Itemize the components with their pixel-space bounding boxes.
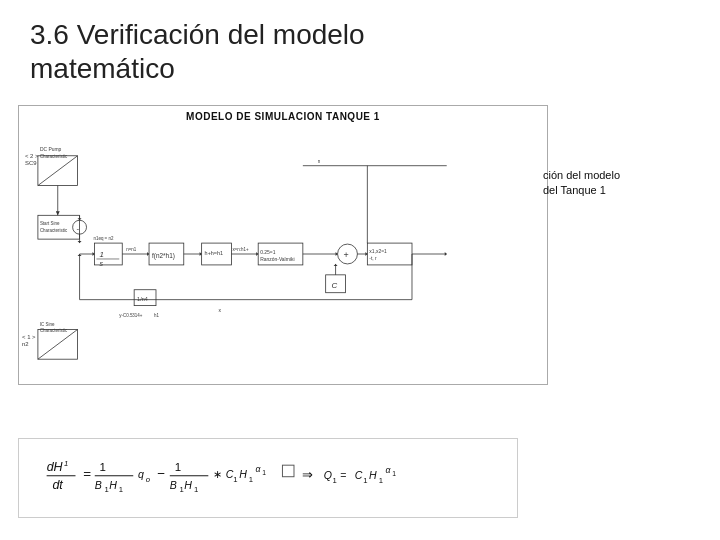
- svg-text:H: H: [239, 468, 247, 480]
- svg-text:IC Sine: IC Sine: [40, 322, 55, 327]
- svg-text:1: 1: [379, 476, 383, 485]
- svg-text:dt: dt: [52, 479, 63, 493]
- page-title: 3.6 Verificación del modelo matemático: [30, 18, 365, 85]
- svg-text:< 2 >: < 2 >: [25, 153, 39, 159]
- diagram-svg: DC Pump Characteristic < 2 > SC9 Start S…: [19, 126, 547, 384]
- svg-text:h+h=h1: h+h=h1: [205, 250, 223, 256]
- svg-text:B: B: [170, 480, 177, 492]
- svg-text:Characteristic: Characteristic: [40, 154, 68, 159]
- svg-text:B: B: [95, 480, 102, 492]
- svg-text:y-C0.5314+: y-C0.5314+: [119, 313, 143, 318]
- svg-text:H: H: [184, 480, 192, 492]
- svg-text:s: s: [99, 260, 103, 267]
- svg-text:x=n:h1+: x=n:h1+: [232, 247, 248, 252]
- svg-text:n2: n2: [22, 341, 29, 347]
- svg-rect-100: [282, 465, 294, 477]
- svg-text:q: q: [138, 468, 144, 480]
- title-line2: matemático: [30, 52, 365, 86]
- svg-text:n=n1: n=n1: [126, 247, 137, 252]
- svg-text:Q: Q: [324, 469, 332, 481]
- svg-text:C: C: [355, 469, 363, 481]
- caption-line1: ción del modelo: [543, 169, 620, 181]
- svg-text:0.25=1: 0.25=1: [260, 250, 276, 255]
- svg-text:1: 1: [392, 470, 396, 477]
- svg-text:⇒: ⇒: [302, 467, 313, 482]
- svg-text:Characteristic: Characteristic: [40, 328, 68, 333]
- svg-text:1: 1: [233, 475, 237, 484]
- diagram-title: MODELO DE SIMULACION TANQUE 1: [19, 111, 547, 122]
- svg-text:DC Pump: DC Pump: [40, 147, 62, 152]
- diagram-content: DC Pump Characteristic < 2 > SC9 Start S…: [19, 126, 547, 384]
- svg-text:n1eq = n2: n1eq = n2: [93, 236, 113, 241]
- svg-text:α: α: [385, 465, 391, 475]
- svg-text:α: α: [255, 464, 261, 474]
- svg-text:1: 1: [262, 469, 266, 476]
- svg-text:C: C: [332, 281, 338, 290]
- svg-text:Ranzón-Valmiki: Ranzón-Valmiki: [260, 257, 294, 262]
- svg-text:=: =: [83, 466, 91, 481]
- svg-text:-: -: [77, 224, 80, 233]
- svg-text:1: 1: [100, 461, 106, 473]
- svg-text:1: 1: [175, 461, 181, 473]
- svg-text:1/n4: 1/n4: [137, 296, 148, 302]
- svg-text:1: 1: [194, 485, 198, 494]
- svg-text:H: H: [109, 480, 117, 492]
- svg-text:1: 1: [119, 485, 123, 494]
- svg-text:1: 1: [363, 476, 367, 485]
- svg-text:x1,x2=1: x1,x2=1: [369, 249, 387, 254]
- svg-text:=: =: [340, 469, 346, 481]
- svg-text:1: 1: [104, 485, 108, 494]
- svg-text:Characteristic: Characteristic: [40, 228, 68, 233]
- svg-text:1: 1: [249, 475, 253, 484]
- svg-text:1: 1: [179, 485, 183, 494]
- formula-svg: dH 1 dt = 1 B 1 H 1 q o − 1 B 1 H 1 ∗ C …: [37, 444, 499, 511]
- caption-line2: del Tanque 1: [543, 184, 606, 196]
- svg-text:f(n2*h1): f(n2*h1): [152, 252, 175, 260]
- svg-text:-t, r: -t, r: [369, 256, 377, 261]
- svg-text:dH: dH: [47, 460, 64, 474]
- svg-text:+: +: [344, 250, 349, 260]
- svg-text:o: o: [146, 475, 151, 484]
- svg-text:SC9: SC9: [25, 160, 37, 166]
- svg-text:H: H: [369, 469, 377, 481]
- svg-text:1: 1: [99, 250, 103, 259]
- svg-text:1: 1: [64, 459, 68, 468]
- formula-box: dH 1 dt = 1 B 1 H 1 q o − 1 B 1 H 1 ∗ C …: [18, 438, 518, 518]
- svg-text:< 1 >: < 1 >: [22, 334, 36, 340]
- svg-text:1: 1: [332, 476, 336, 485]
- caption-text: ción del modelo del Tanque 1: [543, 168, 698, 199]
- title-line1: 3.6 Verificación del modelo: [30, 18, 365, 52]
- svg-text:h1: h1: [154, 313, 159, 318]
- svg-text:∗: ∗: [213, 468, 222, 480]
- diagram-container: MODELO DE SIMULACION TANQUE 1 DC Pump Ch…: [18, 105, 548, 385]
- svg-text:−: −: [157, 466, 165, 481]
- svg-text:Start Sine: Start Sine: [40, 221, 60, 226]
